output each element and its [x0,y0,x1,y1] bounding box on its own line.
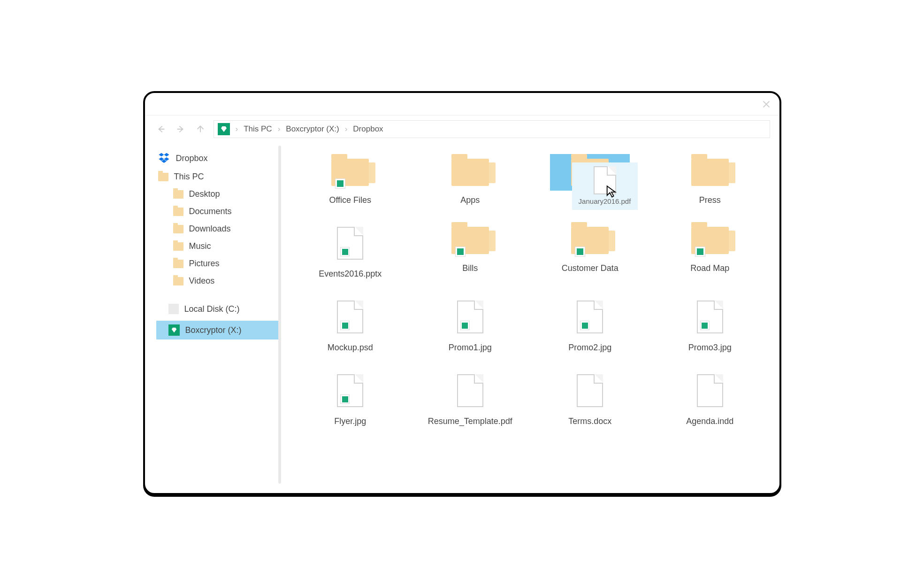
boxcryptor-icon [218,123,230,135]
item-label: Terms.docx [568,416,611,426]
sidebar-item[interactable]: Pictures [156,255,281,272]
breadcrumb-segment[interactable]: This PC [244,124,272,134]
file-item[interactable]: Promo2.jpg [535,296,646,353]
breadcrumb-segment[interactable]: Dropbox [353,124,383,134]
item-label: Promo1.jpg [449,343,492,353]
folder-icon [173,260,183,268]
sidebar-item-label: Music [189,241,211,251]
icon-wrap [430,370,510,412]
file-item[interactable]: Mockup.psd [295,296,406,353]
folder-icon [331,159,369,186]
chevron-right-icon: › [233,124,241,134]
title-bar [145,93,779,116]
item-label: Agenda.indd [686,416,733,426]
folder-icon [173,208,183,216]
sidebar-item-label: Desktop [189,189,220,199]
sidebar-item-boxcryptor-drive[interactable]: Boxcryptor (X:) [156,321,281,339]
icon-wrap [670,296,750,338]
file-icon [337,227,363,260]
item-label: Stuff [581,195,599,205]
encrypted-badge-icon [335,178,345,189]
dropbox-icon [158,152,170,164]
icon-wrap [550,154,630,191]
close-button[interactable] [762,100,771,109]
sidebar-item-label: Downloads [189,224,231,234]
file-item[interactable]: Promo3.jpg [655,296,765,353]
folder-item[interactable]: Bills [415,222,526,279]
breadcrumb-segment[interactable]: Boxcryptor (X:) [286,124,339,134]
encrypted-badge-icon [460,321,470,330]
drive-icon [168,304,179,314]
item-label: Promo2.jpg [568,343,611,353]
item-label: Apps [460,195,480,205]
icon-wrap [670,370,750,412]
sidebar-item-label: Documents [189,207,232,216]
sidebar-item[interactable]: Documents [156,203,281,220]
icon-wrap [550,296,630,338]
up-button[interactable] [194,123,207,136]
encrypted-badge-icon [575,178,585,189]
folder-icon [173,277,183,285]
icon-wrap [310,296,390,338]
sidebar-item-this-pc[interactable]: This PC [156,168,281,185]
file-icon [337,374,363,407]
file-icon [457,301,483,333]
icon-wrap [670,222,750,259]
folder-icon [173,225,183,233]
folder-icon [691,227,729,254]
sidebar-item-label: Pictures [189,259,220,269]
file-item[interactable]: Terms.docx [535,370,646,426]
file-icon [337,301,363,333]
item-label: Bills [462,263,478,273]
sidebar-item[interactable]: Desktop [156,185,281,203]
file-item[interactable]: Resume_Template.pdf [415,370,526,426]
item-label: Events2016.pptx [319,269,382,279]
file-icon [457,374,483,407]
file-item[interactable]: Promo1.jpg [415,296,526,353]
encrypted-badge-icon [340,321,350,330]
sidebar-item-label: This PC [174,172,204,182]
icon-wrap [430,222,510,259]
folder-item[interactable]: Apps [415,154,526,205]
folder-icon [571,159,609,186]
encrypted-badge-icon [340,247,350,256]
folder-icon [571,227,609,254]
item-label: Press [699,195,721,205]
icon-wrap [550,222,630,259]
file-item[interactable]: Agenda.indd [655,370,765,426]
chevron-right-icon: › [342,124,351,134]
folder-item[interactable]: Road Map [655,222,765,279]
breadcrumb[interactable]: › This PC › Boxcryptor (X:) › Dropbox [214,120,770,138]
folder-item[interactable]: Customer Data [535,222,646,279]
sidebar-item[interactable]: Downloads [156,220,281,238]
icon-wrap [310,154,390,191]
back-button[interactable] [154,123,168,136]
item-label: Road Map [690,263,729,273]
file-item[interactable]: Events2016.pptx [295,222,406,279]
item-label: Promo3.jpg [688,343,732,353]
item-label: Resume_Template.pdf [428,416,512,426]
sidebar-item-local-drive[interactable]: Local Disk (C:) [156,300,281,318]
forward-button[interactable] [174,123,187,136]
item-label: Office Files [329,195,371,205]
file-grid: Office FilesAppsStuffPressEvents2016.ppt… [295,154,765,426]
explorer-window: › This PC › Boxcryptor (X:) › Dropbox Dr… [143,91,781,495]
content-area: Office FilesAppsStuffPressEvents2016.ppt… [281,143,779,493]
sidebar-item-dropbox[interactable]: Dropbox [156,148,281,168]
folder-icon [451,227,489,254]
encrypted-badge-icon [580,321,589,330]
folder-item[interactable]: Office Files [295,154,406,205]
item-label: Customer Data [562,263,619,273]
sidebar-item[interactable]: Videos [156,272,281,290]
folder-icon [158,173,168,181]
encrypted-badge-icon [455,247,466,257]
sidebar-item[interactable]: Music [156,238,281,255]
folder-item[interactable]: Press [655,154,765,205]
file-item[interactable]: Flyer.jpg [295,370,406,426]
encrypted-badge-icon [575,247,585,257]
body: Dropbox This PC Desktop Documents Downlo… [145,143,779,493]
folder-item[interactable]: Stuff [535,154,646,205]
sidebar-item-label: Dropbox [176,154,208,163]
icon-wrap [430,296,510,338]
file-icon [577,374,603,407]
